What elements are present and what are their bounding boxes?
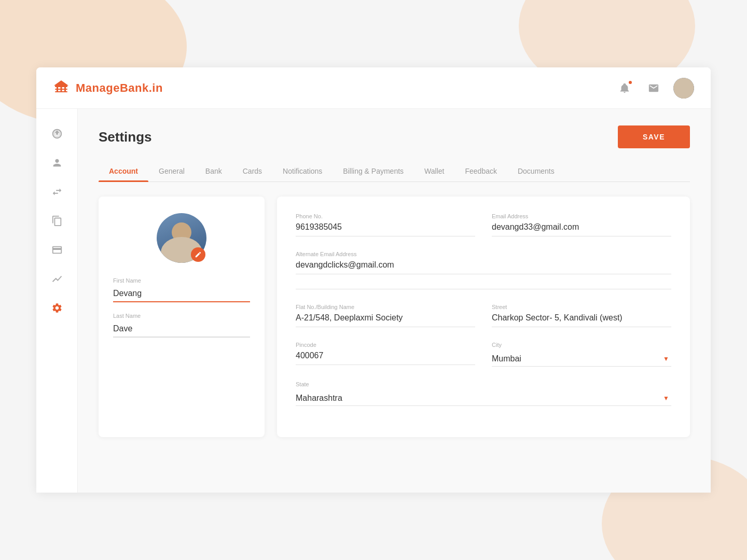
sidebar-item-dashboard[interactable] (45, 121, 70, 146)
phone-value: 9619385045 (296, 222, 475, 236)
sidebar-item-card[interactable] (45, 237, 70, 262)
brand-name: ManageBank.in (76, 81, 163, 95)
edit-avatar-button[interactable] (191, 247, 205, 262)
street-label: Street (492, 304, 671, 310)
svg-rect-3 (57, 87, 58, 91)
brand: ManageBank.in (53, 78, 615, 97)
alt-email-value: devangdclicks@gmail.com (296, 260, 671, 274)
sidebar-item-transfer[interactable] (45, 179, 70, 204)
top-nav: ManageBank.in (36, 67, 711, 109)
email-group: Email Address devangd33@gmail.com (492, 213, 671, 236)
pincode-group: Pincode 400067 (296, 342, 475, 367)
tab-documents[interactable]: Documents (507, 161, 565, 181)
email-value: devangd33@gmail.com (492, 222, 671, 236)
tab-general[interactable]: General (148, 161, 195, 181)
app-container: ManageBank.in (36, 67, 711, 493)
state-select-wrapper: Maharashtra ▼ (296, 390, 671, 406)
state-select[interactable]: Maharashtra (296, 390, 671, 406)
phone-email-row: Phone No. 9619385045 Email Address devan… (296, 213, 671, 236)
sidebar (36, 109, 78, 493)
content-row: First Name Last Name Phone No. 96193 (99, 197, 690, 437)
info-card: Phone No. 9619385045 Email Address devan… (277, 197, 690, 437)
user-avatar-button[interactable] (673, 78, 694, 99)
sidebar-item-chart[interactable] (45, 267, 70, 291)
last-name-group: Last Name (113, 313, 250, 338)
first-name-group: First Name (113, 277, 250, 302)
alt-email-group: Alternate Email Address devangdclicks@gm… (296, 251, 671, 274)
last-name-label: Last Name (113, 313, 250, 319)
tab-notifications[interactable]: Notifications (272, 161, 333, 181)
state-row: State Maharashtra ▼ (296, 381, 671, 406)
settings-header: Settings SAVE (99, 125, 690, 148)
state-group: State Maharashtra ▼ (296, 381, 671, 406)
svg-rect-0 (55, 86, 67, 87)
svg-marker-6 (54, 80, 68, 86)
main-content: Settings SAVE Account General Bank Cards… (36, 109, 711, 493)
tab-account[interactable]: Account (99, 161, 148, 181)
mail-button[interactable] (644, 79, 663, 97)
settings-tabs: Account General Bank Cards Notifications… (99, 161, 690, 182)
sidebar-item-user[interactable] (45, 150, 70, 175)
alt-email-label: Alternate Email Address (296, 251, 671, 257)
pincode-city-row: Pincode 400067 City Mumbai ▼ (296, 342, 671, 367)
phone-group: Phone No. 9619385045 (296, 213, 475, 236)
section-divider (296, 289, 671, 289)
first-name-input[interactable] (113, 286, 250, 302)
svg-rect-4 (61, 87, 62, 91)
street-value: Charkop Sector- 5, Kandivali (west) (492, 313, 671, 327)
city-select[interactable]: Mumbai (492, 351, 671, 367)
email-label: Email Address (492, 213, 671, 219)
tab-billing[interactable]: Billing & Payments (333, 161, 414, 181)
page-title: Settings (99, 129, 152, 145)
sidebar-item-settings[interactable] (45, 296, 70, 320)
tab-feedback[interactable]: Feedback (454, 161, 507, 181)
pincode-value: 400067 (296, 351, 475, 365)
tab-bank[interactable]: Bank (195, 161, 232, 181)
alt-email-row: Alternate Email Address devangdclicks@gm… (296, 251, 671, 274)
tab-cards[interactable]: Cards (232, 161, 272, 181)
flat-group: Flat No./Building Name A-21/548, Deeplax… (296, 304, 475, 327)
svg-rect-2 (55, 91, 67, 92)
brand-icon (53, 78, 70, 97)
pincode-label: Pincode (296, 342, 475, 348)
flat-value: A-21/548, Deeplaxmi Society (296, 313, 475, 327)
svg-rect-5 (64, 87, 66, 91)
flat-label: Flat No./Building Name (296, 304, 475, 310)
top-nav-icons (615, 78, 694, 99)
last-name-input[interactable] (113, 321, 250, 338)
phone-label: Phone No. (296, 213, 475, 219)
city-select-wrapper: Mumbai ▼ (492, 351, 671, 367)
state-label: State (296, 381, 671, 387)
street-group: Street Charkop Sector- 5, Kandivali (wes… (492, 304, 671, 327)
profile-avatar-wrapper (157, 213, 206, 263)
sidebar-item-copy[interactable] (45, 208, 70, 233)
tab-wallet[interactable]: Wallet (414, 161, 454, 181)
flat-street-row: Flat No./Building Name A-21/548, Deeplax… (296, 304, 671, 327)
save-button[interactable]: SAVE (618, 125, 690, 148)
city-group: City Mumbai ▼ (492, 342, 671, 367)
city-label: City (492, 342, 671, 348)
first-name-label: First Name (113, 277, 250, 284)
notification-badge (628, 80, 633, 85)
profile-card: First Name Last Name (99, 197, 265, 437)
page-content: Settings SAVE Account General Bank Cards… (78, 109, 711, 493)
notifications-bell-button[interactable] (615, 79, 634, 97)
